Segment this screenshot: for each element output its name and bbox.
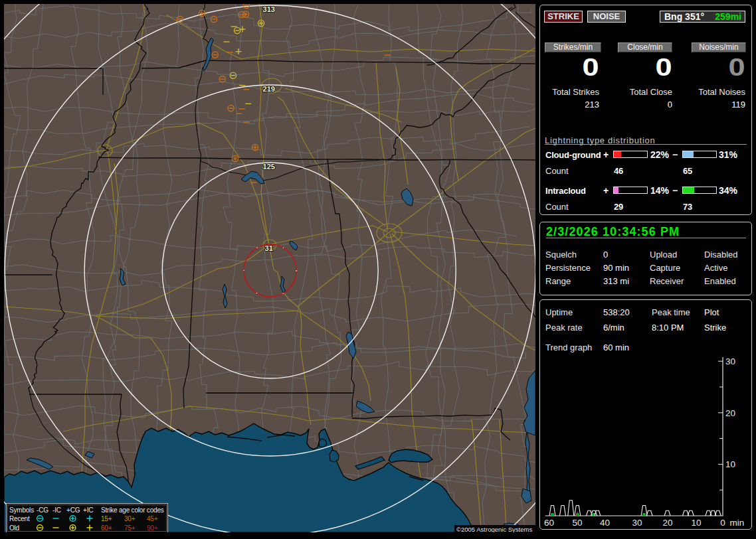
svg-text:219: 219: [263, 85, 275, 93]
svg-text:31: 31: [265, 244, 273, 252]
svg-text:60: 60: [544, 518, 554, 528]
svg-text:20: 20: [725, 408, 735, 418]
svg-text:30: 30: [632, 518, 642, 528]
svg-text:40: 40: [600, 518, 610, 528]
svg-text:50: 50: [572, 518, 582, 528]
svg-text:min: min: [730, 518, 745, 528]
svg-text:10: 10: [691, 518, 701, 528]
svg-text:10: 10: [725, 459, 735, 469]
svg-text:20: 20: [662, 518, 672, 528]
svg-text:125: 125: [263, 163, 275, 171]
svg-text:0: 0: [720, 518, 725, 528]
svg-text:313: 313: [263, 5, 275, 13]
svg-text:30: 30: [725, 356, 735, 366]
